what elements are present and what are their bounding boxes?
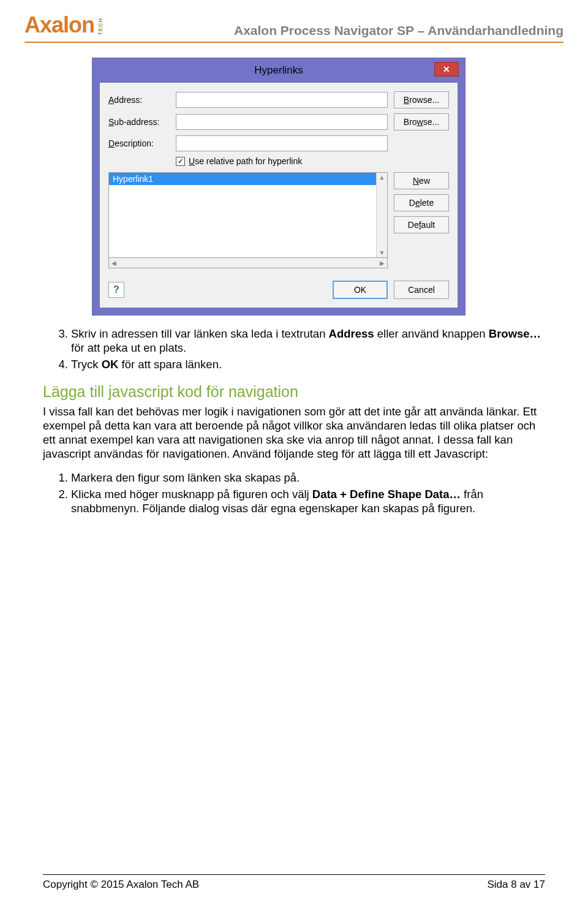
document-title: Axalon Process Navigator SP – Användarha… [234, 23, 564, 38]
relative-path-label: Use relative path for hyperlink [189, 156, 302, 166]
description-input[interactable] [176, 135, 388, 151]
relative-path-checkbox[interactable]: ✓ [176, 157, 185, 166]
list-item: Klicka med höger musknapp på figuren och… [71, 487, 545, 515]
relative-path-row: ✓ Use relative path for hyperlink [176, 156, 449, 166]
scroll-up-icon: ▲ [379, 174, 385, 181]
close-icon: ✕ [443, 64, 450, 74]
check-icon: ✓ [178, 157, 184, 165]
dialog-title: Hyperlinks [92, 64, 465, 77]
ordered-list-2: Markera den figur som länken ska skapas … [43, 471, 545, 515]
hyperlink-list-area: Hyperlink1 ▲ ▼ ◀ ▶ New [108, 172, 449, 268]
address-input[interactable] [176, 92, 388, 108]
horizontal-scrollbar[interactable]: ◀ ▶ [108, 257, 388, 268]
address-label: Address: [108, 95, 176, 105]
subaddress-row: Sub-address: Browse... [108, 113, 449, 131]
cancel-button[interactable]: Cancel [394, 281, 449, 299]
hyperlink-listbox[interactable]: Hyperlink1 ▲ ▼ [108, 172, 388, 258]
list-item: Tryck OK för att spara länken. [71, 357, 545, 371]
new-button[interactable]: New [394, 172, 449, 189]
dialog-footer: ? OK Cancel [108, 281, 449, 299]
logo: Axalon TECH [24, 12, 104, 38]
default-button[interactable]: Default [394, 216, 449, 233]
logo-tech-suffix: TECH [97, 15, 104, 36]
ordered-list-1: Skriv in adressen till var länken ska le… [43, 327, 545, 371]
list-item[interactable]: Hyperlink1 [109, 173, 376, 185]
logo-text: Axalon [24, 12, 94, 38]
section-heading: Lägga till javascript kod för navigation [43, 382, 545, 401]
header-divider [24, 42, 564, 43]
description-row: Description: [108, 135, 449, 151]
scroll-right-icon: ▶ [380, 260, 385, 267]
dialog-body: Address: Browse... Sub-address: Browse..… [92, 83, 465, 315]
page-header: Axalon TECH Axalon Process Navigator SP … [0, 0, 588, 42]
browse-address-button[interactable]: Browse... [394, 91, 449, 108]
vertical-scrollbar[interactable]: ▲ ▼ [376, 173, 387, 257]
scroll-down-icon: ▼ [379, 249, 385, 256]
list-side-buttons: New Delete Default [394, 172, 449, 268]
hyperlinks-dialog-screenshot: Hyperlinks ✕ Address: Browse... Sub-addr… [92, 58, 466, 316]
help-button[interactable]: ? [108, 282, 124, 298]
hyperlinks-dialog: Hyperlinks ✕ Address: Browse... Sub-addr… [92, 58, 466, 316]
delete-button[interactable]: Delete [394, 194, 449, 211]
subaddress-label: Sub-address: [108, 117, 176, 127]
ok-button[interactable]: OK [333, 281, 388, 299]
close-button[interactable]: ✕ [434, 62, 459, 77]
subaddress-input[interactable] [176, 114, 388, 130]
scroll-left-icon: ◀ [111, 260, 116, 267]
dialog-titlebar: Hyperlinks ✕ [92, 58, 465, 83]
page-number: Sida 8 av 17 [487, 879, 545, 891]
address-row: Address: Browse... [108, 91, 449, 108]
list-item: Markera den figur som länken ska skapas … [71, 471, 545, 485]
browse-subaddress-button[interactable]: Browse... [394, 113, 449, 131]
page-footer: Copyright © 2015 Axalon Tech AB Sida 8 a… [43, 874, 545, 891]
paragraph: I vissa fall kan det behövas mer logik i… [43, 404, 545, 461]
dialog-inner: Address: Browse... Sub-address: Browse..… [100, 83, 458, 308]
help-icon: ? [113, 284, 119, 295]
page-content: Skriv in adressen till var länken ska le… [0, 327, 588, 516]
copyright-text: Copyright © 2015 Axalon Tech AB [43, 879, 199, 891]
description-label: Description: [108, 138, 176, 148]
list-item: Skriv in adressen till var länken ska le… [71, 327, 545, 355]
